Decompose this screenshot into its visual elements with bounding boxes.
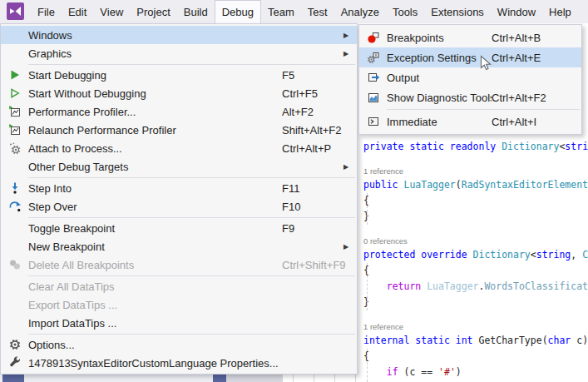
editor-peek [283,374,358,382]
menu-item-output[interactable]: Output [359,67,581,87]
menubar-item-window[interactable]: Window [491,0,542,23]
menubar-item-project[interactable]: Project [130,0,176,23]
menu-item-label: Relaunch Performance Profiler [28,124,282,136]
menu-item-step-over[interactable]: Step OverF10 [1,197,357,216]
menu-item-label: Immediate [387,116,492,128]
code-line[interactable]: protected override Dictionary<string, C [363,247,588,263]
code-token: ) [456,366,462,378]
start-without-debugging-icon [1,87,28,100]
output-icon [359,71,387,84]
code-line[interactable]: if (c == '#') [363,365,588,380]
options-gear-icon [1,338,28,351]
menu-item-label: New Breakpoint [28,241,282,253]
menubar-item-file[interactable]: File [31,0,62,23]
menu-item-start-debugging[interactable]: Start DebuggingF5 [1,66,357,84]
step-into-icon [1,181,28,195]
menu-item-step-into[interactable]: Step IntoF11 [1,179,357,197]
code-line[interactable]: private static readonly Dictionary<strin… [363,139,588,155]
menubar-item-help[interactable]: Help [542,0,578,23]
code-line[interactable]: { [363,263,588,279]
menu-item-1478913syntaxeditorcustomlanguage-properties[interactable]: 1478913SyntaxEditorCustomLanguage Proper… [1,354,357,372]
menu-item-other-debug-targets[interactable]: Other Debug Targets▶ [1,157,357,176]
menu-item-export-datatips[interactable]: Export DataTips ... [1,295,357,314]
code-token: GetCharType [478,335,541,346]
menubar-item-edit[interactable]: Edit [62,0,93,23]
delete-breakpoints-icon [1,258,28,271]
menu-item-shortcut: Ctrl+Alt+I [492,116,568,128]
menu-item-import-datatips[interactable]: Import DataTips ... [1,314,357,332]
code-line[interactable]: { [363,193,588,209]
immediate-icon [359,115,387,128]
attach-process-icon [1,141,28,155]
performance-profiler-icon [1,123,28,136]
menu-item-label: Step Over [28,201,282,213]
code-token: ( [542,335,548,346]
scrollbar-thumb[interactable] [213,374,226,382]
step-over-icon [1,200,28,213]
menubar-item-view[interactable]: View [93,0,130,23]
menu-item-label: Graphics [28,47,282,60]
code-token: ( [456,179,462,191]
menu-item-attach-to-process[interactable]: Attach to Process...Ctrl+Alt+P [1,139,357,157]
menu-item-performance-profiler[interactable]: Performance Profiler...Alt+F2 [1,102,357,121]
menu-separator [28,275,355,276]
code-token: , [571,249,582,260]
codelens-references[interactable]: 1 reference [363,166,588,177]
code-line[interactable]: { [363,349,588,365]
code-line[interactable]: return LuaTagger.WordsToClassificat [363,279,588,295]
menu-item-toggle-breakpoint[interactable]: Toggle BreakpointF9 [1,219,357,237]
menubar-item-extensions[interactable]: Extensions [424,0,491,23]
menu-item-start-without-debugging[interactable]: Start Without DebuggingCtrl+F5 [1,84,357,102]
scrollbar-thumb[interactable] [2,374,24,382]
code-line[interactable]: public LuaTagger(RadSyntaxEditorElement [363,177,588,193]
code-token: < [531,249,536,260]
menu-item-shortcut: F10 [282,201,343,213]
menu-item-label: Delete All Breakpoints [28,259,282,271]
menu-item-graphics[interactable]: Graphics▶ [1,44,357,62]
codelens-references[interactable]: 0 references [363,236,588,247]
start-debugging-icon [1,68,28,82]
code-line[interactable]: } [363,295,588,310]
menu-item-show-diagnostic-tools[interactable]: Show Diagnostic ToolsCtrl+Alt+F2 [359,87,581,107]
menu-item-exception-settings[interactable]: Exception SettingsCtrl+Alt+E [359,47,581,67]
codelens-references[interactable]: 1 reference [363,321,588,333]
menu-item-shortcut: Ctrl+F5 [282,87,343,100]
menu-item-delete-all-breakpoints[interactable]: Delete All BreakpointsCtrl+Shift+F9 [1,255,357,274]
code-token: internal static int [363,335,478,346]
menu-item-shortcut: F5 [282,69,343,82]
code-token: public [363,179,403,191]
code-token: WordsToClassificat [484,280,588,292]
menubar-item-team[interactable]: Team [261,0,301,23]
menubar-item-debug[interactable]: Debug [215,0,261,23]
menu-item-shortcut: Ctrl+Alt+B [492,32,568,44]
menu-item-breakpoints[interactable]: BreakpointsCtrl+Alt+B [359,27,581,47]
menubar-item-test[interactable]: Test [301,0,334,23]
menu-item-windows[interactable]: Windows▶ [1,26,357,44]
code-token: protected override [363,249,473,260]
menu-item-new-breakpoint[interactable]: New Breakpoint▶ [1,237,357,255]
menu-item-label: Toggle Breakpoint [28,222,282,235]
menu-item-options[interactable]: Options... [1,335,357,354]
code-lines: private static readonly Dictionary<strin… [363,139,588,382]
background-window-strip [0,374,358,382]
menu-item-relaunch-performance-profiler[interactable]: Relaunch Performance ProfilerShift+Alt+F… [1,121,357,139]
menu-item-clear-all-datatips[interactable]: Clear All DataTips [1,277,357,295]
code-token: private static readonly [363,141,502,152]
code-token: return [387,280,427,292]
menu-item-shortcut: Ctrl+Alt+F2 [492,92,568,104]
menu-item-immediate[interactable]: ImmediateCtrl+Alt+I [359,112,581,131]
mouse-cursor-icon [480,55,492,75]
menubar-item-tools[interactable]: Tools [386,0,424,23]
menu-item-label: Breakpoints [387,32,492,44]
menu-item-label: Show Diagnostic Tools [387,92,492,104]
menubar-item-build[interactable]: Build [177,0,215,23]
menu-item-label: 1478913SyntaxEditorCustomLanguage Proper… [28,357,282,370]
menu-item-shortcut: Ctrl+Alt+E [492,52,568,64]
code-line[interactable]: } [363,209,588,225]
menu-item-label: Clear All DataTips [28,280,282,293]
menu-separator [28,64,355,65]
menubar-item-analyze[interactable]: Analyze [334,0,386,23]
code-line[interactable]: internal static int GetCharType(char c) [363,333,588,349]
menu-item-label: Attach to Process... [28,142,282,155]
menu-item-label: Exception Settings [387,52,492,64]
